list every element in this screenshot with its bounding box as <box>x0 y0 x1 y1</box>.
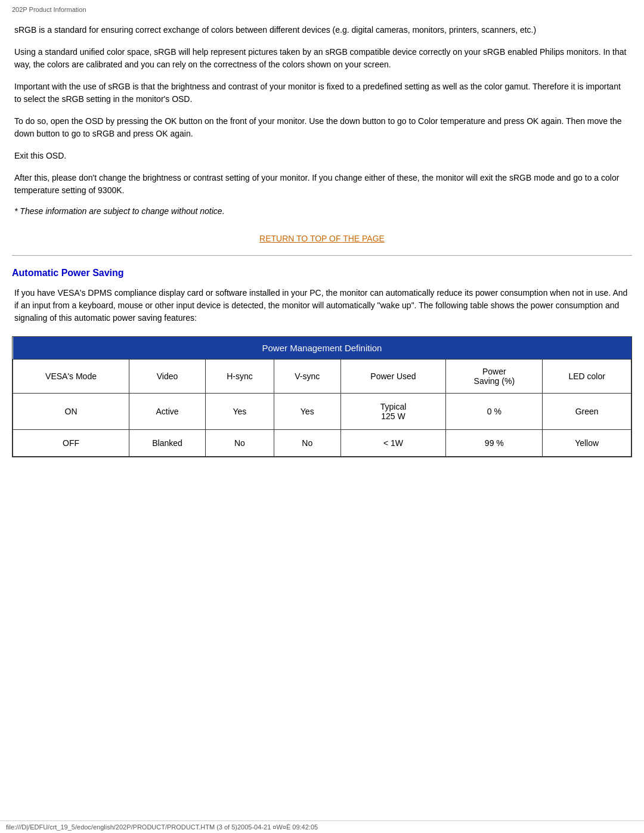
cell-on-power-saving: 0 % <box>446 394 543 430</box>
cell-on-vesa: ON <box>13 394 129 430</box>
power-saving-section: Automatic Power Saving If you have VESA'… <box>12 268 632 457</box>
section-paragraph: If you have VESA's DPMS compliance displ… <box>12 287 632 324</box>
footer-bar: file:///D|/EDFU/crt_19_5/edoc/english/20… <box>0 820 644 833</box>
cell-on-led: Green <box>543 394 631 430</box>
paragraph-6: After this, please don't change the brig… <box>12 172 632 197</box>
col-header-vesa-mode: VESA's Mode <box>13 360 129 394</box>
cell-off-hsync: No <box>206 430 274 457</box>
paragraph-2: Using a standard unified color space, sR… <box>12 46 632 71</box>
paragraph-5: Exit this OSD. <box>12 150 632 162</box>
table-title-cell: Power Management Definition <box>13 337 631 360</box>
srgb-content: sRGB is a standard for ensuring correct … <box>12 24 632 197</box>
cell-on-vsync: Yes <box>274 394 340 430</box>
cell-on-power-used: Typical125 W <box>340 394 446 430</box>
col-header-power-used: Power Used <box>340 360 446 394</box>
table-column-header-row: VESA's Mode Video H-sync V-sync Power Us… <box>13 360 631 394</box>
italic-note: * These information are subject to chang… <box>12 206 632 216</box>
cell-off-video: Blanked <box>129 430 206 457</box>
table-row-off: OFF Blanked No No < 1W 99 % Yellow <box>13 430 631 457</box>
col-header-power-saving: PowerSaving (%) <box>446 360 543 394</box>
power-management-table: Power Management Definition VESA's Mode … <box>13 337 631 457</box>
col-header-led-color: LED color <box>543 360 631 394</box>
section-title: Automatic Power Saving <box>12 268 632 278</box>
col-header-hsync: H-sync <box>206 360 274 394</box>
cell-off-power-used: < 1W <box>340 430 446 457</box>
breadcrumb: 202P Product Information <box>12 6 632 13</box>
cell-off-power-saving: 99 % <box>446 430 543 457</box>
footer-text: file:///D|/EDFU/crt_19_5/edoc/english/20… <box>6 823 318 831</box>
table-title-row: Power Management Definition <box>13 337 631 360</box>
col-header-video: Video <box>129 360 206 394</box>
paragraph-3: Important with the use of sRGB is that t… <box>12 80 632 106</box>
cell-off-vesa: OFF <box>13 430 129 457</box>
return-to-top-link[interactable]: RETURN TO TOP OF THE PAGE <box>259 234 385 243</box>
paragraph-1: sRGB is a standard for ensuring correct … <box>12 24 632 36</box>
cell-on-video: Active <box>129 394 206 430</box>
cell-on-hsync: Yes <box>206 394 274 430</box>
col-header-vsync: V-sync <box>274 360 340 394</box>
return-link-container: RETURN TO TOP OF THE PAGE <box>12 234 632 243</box>
paragraph-4: To do so, open the OSD by pressing the O… <box>12 115 632 140</box>
cell-off-vsync: No <box>274 430 340 457</box>
power-table-wrapper: Power Management Definition VESA's Mode … <box>12 336 632 457</box>
section-divider <box>12 255 632 256</box>
cell-off-led: Yellow <box>543 430 631 457</box>
table-row-on: ON Active Yes Yes Typical125 W 0 % Green <box>13 394 631 430</box>
